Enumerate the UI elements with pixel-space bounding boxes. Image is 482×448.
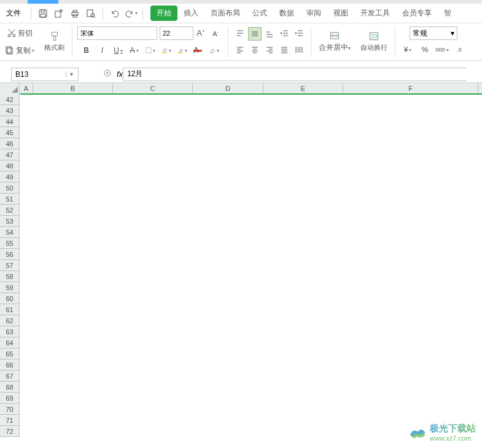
column-header-A[interactable]: A [20, 83, 33, 94]
align-bottom-button[interactable] [263, 27, 276, 41]
tab-more[interactable]: 智 [438, 6, 457, 21]
row-header[interactable]: 50 [0, 183, 20, 194]
border-button[interactable]: ▾ [143, 43, 158, 58]
tab-data[interactable]: 数据 [273, 6, 300, 21]
row-header[interactable]: 68 [0, 382, 20, 393]
file-menu[interactable]: 文件 [2, 5, 27, 22]
align-justify-button[interactable] [278, 43, 291, 57]
row-header[interactable]: 59 [0, 282, 20, 293]
tab-page-layout[interactable]: 页面布局 [204, 6, 246, 21]
copy-button[interactable]: 复制 ▾ [2, 44, 37, 57]
cut-button[interactable]: 剪切 [4, 27, 35, 40]
bold-button[interactable]: B [79, 43, 94, 58]
tab-insert[interactable]: 插入 [177, 6, 204, 21]
increase-decimal-button[interactable]: .0 [452, 42, 467, 57]
row-header[interactable]: 66 [0, 360, 20, 371]
row-header[interactable]: 55 [0, 238, 20, 249]
row-header[interactable]: 61 [0, 304, 20, 315]
tab-dev-tools[interactable]: 开发工具 [354, 6, 396, 21]
align-middle-button[interactable] [248, 27, 262, 41]
underline-button[interactable]: U▾ [111, 43, 126, 58]
logo-icon [408, 423, 426, 442]
decrease-font-button[interactable]: A- [208, 26, 223, 41]
row-header[interactable]: 71 [0, 415, 20, 426]
fx-label[interactable]: fx [117, 69, 123, 79]
percent-button[interactable]: % [418, 42, 432, 57]
row-headers: 4243444546474849505152535455565758596061… [0, 94, 20, 437]
tab-review[interactable]: 审阅 [300, 6, 327, 21]
row-header[interactable]: 49 [0, 171, 20, 183]
print-preview-icon[interactable] [84, 7, 98, 20]
column-header-D[interactable]: D [193, 83, 263, 94]
undo-icon[interactable] [108, 7, 122, 20]
row-header[interactable]: 67 [0, 371, 20, 382]
strikethrough-button[interactable]: A▾ [127, 43, 142, 58]
font-size-input[interactable] [160, 26, 193, 40]
format-painter-group: 格式刷 [39, 25, 69, 59]
tab-view[interactable]: 视图 [327, 6, 354, 21]
font-name-input[interactable] [77, 26, 157, 40]
highlight-button[interactable]: ▾ [175, 43, 190, 58]
align-center-button[interactable] [248, 43, 262, 57]
select-all-button[interactable] [0, 83, 20, 94]
redo-icon[interactable]: ▾ [124, 7, 138, 20]
format-painter-button[interactable]: 格式刷 [42, 30, 67, 53]
comma-button[interactable]: 000▾ [435, 42, 449, 57]
row-header[interactable]: 64 [0, 337, 20, 348]
font-color-button[interactable]: A ▾ [191, 43, 206, 58]
cancel-icon[interactable] [103, 69, 112, 79]
tab-formulas[interactable]: 公式 [246, 6, 273, 21]
distribute-button[interactable] [292, 43, 306, 57]
formula-input[interactable]: 12月 [123, 68, 467, 81]
increase-font-button[interactable]: A+ [193, 26, 208, 41]
row-header[interactable]: 52 [0, 205, 20, 216]
increase-indent-button[interactable] [292, 27, 306, 41]
name-box-dropdown[interactable]: ▼ [66, 71, 74, 77]
spreadsheet: A B C D E F 4243444546474849505152535455… [0, 83, 482, 448]
row-header[interactable]: 56 [0, 249, 20, 260]
row-header[interactable]: 63 [0, 326, 20, 337]
align-top-button[interactable] [233, 27, 247, 41]
number-format-select[interactable]: 常规 ▾ [410, 26, 457, 40]
merge-center-button[interactable]: 合并居中▾ [316, 29, 353, 54]
merge-label: 合并居中 [319, 43, 348, 52]
row-header[interactable]: 53 [0, 216, 20, 227]
row-header[interactable]: 44 [0, 116, 20, 127]
row-header[interactable]: 60 [0, 293, 20, 304]
row-header[interactable]: 65 [0, 348, 20, 360]
row-header[interactable]: 51 [0, 194, 20, 205]
save-icon[interactable] [36, 7, 50, 20]
cell-grid[interactable] [33, 94, 482, 448]
row-header[interactable]: 70 [0, 404, 20, 415]
align-left-button[interactable] [233, 43, 247, 57]
print-icon[interactable] [68, 7, 82, 20]
fill-color-button[interactable]: ▾ [159, 43, 174, 58]
row-header[interactable]: 58 [0, 271, 20, 282]
row-header[interactable]: 47 [0, 149, 20, 160]
row-header[interactable]: 42 [0, 94, 20, 105]
row-header[interactable]: 57 [0, 260, 20, 271]
export-icon[interactable] [52, 7, 66, 20]
column-header-B[interactable]: B [33, 83, 113, 94]
column-header-C[interactable]: C [113, 83, 193, 94]
name-box[interactable]: B13 ▼ [11, 68, 79, 81]
row-header[interactable]: 43 [0, 105, 20, 116]
row-header[interactable]: 54 [0, 227, 20, 238]
tab-member[interactable]: 会员专享 [396, 6, 438, 21]
row-header[interactable]: 45 [0, 127, 20, 138]
row-header[interactable]: 72 [0, 426, 20, 437]
wrap-text-button[interactable]: 自动换行 [358, 30, 390, 53]
align-right-button[interactable] [263, 43, 276, 57]
row-header[interactable]: 46 [0, 138, 20, 149]
italic-button[interactable]: I [95, 43, 110, 58]
currency-button[interactable]: ¥▾ [400, 42, 415, 57]
row-header[interactable]: 69 [0, 393, 20, 404]
tab-home[interactable]: 开始 [150, 6, 177, 21]
decrease-indent-button[interactable] [278, 27, 291, 41]
ribbon-border [0, 60, 482, 61]
clear-format-button[interactable]: ▾ [207, 43, 222, 58]
column-header-F[interactable]: F [343, 83, 478, 94]
row-header[interactable]: 48 [0, 160, 20, 171]
row-header[interactable]: 62 [0, 315, 20, 326]
column-header-E[interactable]: E [263, 83, 343, 94]
